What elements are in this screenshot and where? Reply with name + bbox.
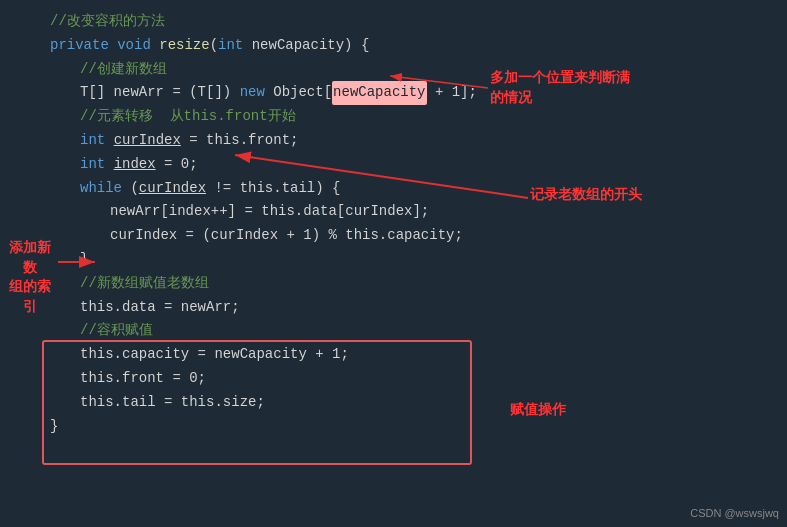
code-line-7: int index = 0;: [20, 153, 787, 177]
code-this-tail: this.tail = this.size;: [80, 391, 265, 415]
code-line-8: while ( curIndex != this.tail) {: [20, 177, 787, 201]
code-line-4: T[] newArr = (T[]) new Object[ newCapaci…: [20, 81, 787, 105]
code-editor: //改变容积的方法 private void resize ( int newC…: [0, 0, 787, 527]
kw-new: new: [240, 81, 265, 105]
code-line-3: //创建新数组: [20, 58, 787, 82]
code-line-9: newArr[index++] = this.data[curIndex];: [20, 200, 787, 224]
var-index: index: [114, 153, 156, 177]
annotation-mid-right: 记录老数组的开头: [530, 185, 642, 205]
kw-while: while: [80, 177, 122, 201]
code-line-2: private void resize ( int newCapacity) {: [20, 34, 787, 58]
code-line-14: //容积赋值: [20, 319, 787, 343]
kw-private: private: [50, 34, 109, 58]
kw-int-param: int: [218, 34, 243, 58]
annotation-top-right: 多加一个位置来判断满 的情况: [490, 68, 630, 107]
code-this-front: this.front = 0;: [80, 367, 206, 391]
kw-int-curIndex: int: [80, 129, 105, 153]
code-line-1: //改变容积的方法: [20, 10, 787, 34]
var-curIndex-2: curIndex: [139, 177, 206, 201]
code-line-15: this.capacity = newCapacity + 1;: [20, 343, 787, 367]
annotation-left: 添加新数 组的索引: [2, 238, 57, 316]
code-line-11: }: [20, 248, 787, 272]
code-line-18: }: [20, 415, 787, 439]
comment-3: //元素转移 从this.front开始: [80, 105, 296, 129]
code-line-10: curIndex = (curIndex + 1) % this.capacit…: [20, 224, 787, 248]
kw-int-index: int: [80, 153, 105, 177]
comment-4: //新数组赋值老数组: [80, 272, 209, 296]
code-line-17: this.tail = this.size;: [20, 391, 787, 415]
comment-2: //创建新数组: [80, 58, 167, 82]
code-line-13: this.data = newArr;: [20, 296, 787, 320]
code-curIndex-update: curIndex = (curIndex + 1) % this.capacit…: [110, 224, 463, 248]
code-line-6: int curIndex = this.front;: [20, 129, 787, 153]
annotation-right-bottom: 赋值操作: [510, 400, 566, 420]
fn-resize: resize: [159, 34, 209, 58]
code-this-capacity: this.capacity = newCapacity + 1;: [80, 343, 349, 367]
highlighted-newCapacity: newCapacity: [332, 81, 426, 105]
code-newarr-assign: newArr[index++] = this.data[curIndex];: [110, 200, 429, 224]
comment-5: //容积赋值: [80, 319, 153, 343]
code-line-5: //元素转移 从this.front开始: [20, 105, 787, 129]
comment-1: //改变容积的方法: [50, 10, 165, 34]
code-this-data: this.data = newArr;: [80, 296, 240, 320]
watermark: CSDN @wswsjwq: [690, 507, 779, 519]
kw-void: void: [117, 34, 151, 58]
var-curIndex: curIndex: [114, 129, 181, 153]
code-line-16: this.front = 0;: [20, 367, 787, 391]
code-line-12: //新数组赋值老数组: [20, 272, 787, 296]
